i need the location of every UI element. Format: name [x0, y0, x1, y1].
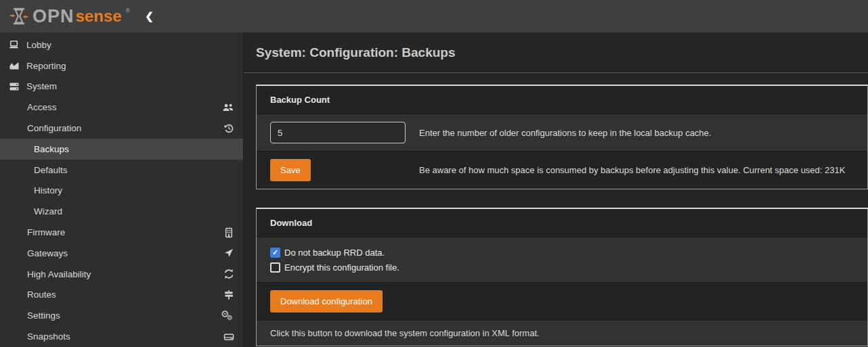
sidebar-item-label: Firmware: [27, 227, 65, 237]
encrypt-config-checkbox[interactable]: [270, 262, 280, 273]
sidebar-item-label: Backups: [34, 144, 69, 154]
sidebar-item-label: Access: [27, 102, 57, 112]
backup-count-input[interactable]: [270, 122, 406, 143]
sidebar-item-routes[interactable]: Routes: [0, 285, 243, 306]
sidebar-item-label: Snapshots: [27, 331, 70, 342]
sidebar-item-lobby[interactable]: Lobby: [0, 34, 243, 55]
sidebar-item-label: Gateways: [27, 248, 68, 258]
history-icon: [223, 123, 234, 134]
sidebar-item-label: Reporting: [26, 61, 66, 71]
laptop-icon: [8, 39, 20, 50]
page-title: System: Configuration: Backups: [256, 45, 456, 60]
download-help-text: Click this button to download the system…: [270, 328, 540, 338]
sidebar-item-label: Wizard: [34, 206, 62, 216]
cogs-icon: ⚙⚙: [221, 310, 234, 322]
download-panel: Download ✓ Do not backup RRD data. Encry…: [256, 208, 868, 346]
sidebar-item-firmware[interactable]: Firmware: [0, 222, 243, 243]
sidebar-item-label: Settings: [27, 310, 60, 321]
sidebar-item-label: History: [34, 185, 62, 195]
sidebar-item-defaults[interactable]: Defaults: [0, 160, 243, 181]
backup-count-panel-header: Backup Count: [257, 86, 867, 114]
download-options-row: ✓ Do not backup RRD data. Encrypt this c…: [257, 237, 867, 282]
save-help-text: Be aware of how much space is consumed b…: [419, 165, 854, 175]
area-chart-icon: [8, 60, 20, 71]
sidebar-item-access[interactable]: Access: [0, 97, 243, 118]
no-rrd-backup-label: Do not backup RRD data.: [284, 248, 385, 258]
sidebar-collapse-icon[interactable]: ❮: [145, 10, 154, 22]
backup-count-panel: Backup Count Enter the number of older c…: [256, 85, 868, 189]
building-icon: [223, 227, 234, 238]
top-bar: OPNsense® ❮: [0, 0, 868, 32]
sidebar-item-label: Lobby: [26, 40, 51, 50]
hdd-icon: [223, 331, 234, 342]
main-content: System: Configuration: Backups Backup Co…: [244, 32, 868, 347]
sidebar-item-system[interactable]: System: [0, 76, 243, 97]
backup-count-row: Enter the number of older configurations…: [257, 114, 867, 151]
no-rrd-backup-checkbox[interactable]: ✓: [270, 248, 280, 258]
users-icon: [222, 102, 234, 113]
download-panel-header: Download: [257, 209, 867, 237]
sidebar-item-snapshots[interactable]: Snapshots: [0, 326, 243, 347]
sidebar-item-gateways[interactable]: Gateways: [0, 243, 243, 264]
map-signs-icon: [223, 290, 234, 300]
sidebar-item-label: System: [26, 81, 57, 91]
encrypt-config-label: Encrypt this configuration file.: [284, 262, 399, 273]
hourglass-logo-icon: [9, 6, 28, 26]
save-row: Save Be aware of how much space is consu…: [257, 151, 867, 189]
save-button[interactable]: Save: [270, 159, 311, 181]
refresh-icon: [223, 269, 234, 279]
sidebar-item-wizard[interactable]: Wizard: [0, 201, 243, 222]
sidebar-item-backups[interactable]: Backups: [0, 139, 243, 160]
brand-sense: sense: [76, 8, 122, 24]
sidebar: Lobby Reporting System Access Configurat…: [0, 32, 244, 347]
sidebar-item-label: Defaults: [34, 165, 68, 175]
sidebar-item-high-availability[interactable]: High Availability: [0, 264, 243, 285]
brand-registered-mark: ®: [126, 7, 131, 14]
server-icon: [8, 81, 20, 92]
sidebar-item-label: Configuration: [27, 123, 81, 133]
opnsense-logo[interactable]: OPNsense®: [9, 6, 130, 26]
sidebar-item-label: High Availability: [27, 269, 91, 279]
location-arrow-icon: [223, 248, 234, 258]
sidebar-item-configuration[interactable]: Configuration: [0, 118, 243, 139]
backup-count-help-text: Enter the number of older configurations…: [419, 128, 854, 138]
title-bar: System: Configuration: Backups: [244, 32, 868, 73]
sidebar-item-history[interactable]: History: [0, 181, 243, 202]
download-help-row: Click this button to download the system…: [257, 320, 867, 346]
download-configuration-button[interactable]: Download configuration: [270, 290, 383, 313]
download-button-row: Download configuration: [257, 282, 867, 320]
brand-opn: OPN: [32, 7, 74, 26]
sidebar-item-settings[interactable]: Settings ⚙⚙: [0, 305, 243, 326]
sidebar-item-label: Routes: [27, 290, 56, 300]
sidebar-item-reporting[interactable]: Reporting: [0, 55, 243, 76]
